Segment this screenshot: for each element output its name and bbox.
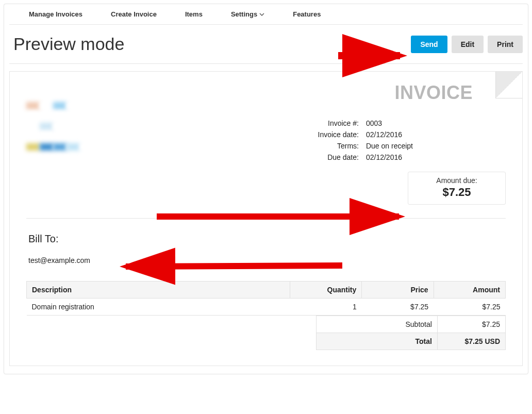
nav-settings[interactable]: Settings: [231, 10, 264, 18]
redacted-logo: [26, 101, 93, 152]
item-quantity: 1: [290, 299, 361, 316]
page-fold-icon: [495, 72, 522, 98]
col-price: Price: [362, 281, 434, 299]
nav-features[interactable]: Features: [293, 10, 321, 18]
top-nav: Manage Invoices Create Invoice Items Set…: [9, 4, 523, 25]
col-amount: Amount: [434, 281, 505, 299]
subtotal-label: Subtotal: [317, 316, 438, 333]
invoice-terms: Due on receipt: [366, 142, 413, 150]
subtotal-value: $7.25: [437, 316, 505, 333]
amount-due-box: Amount due: $7.25: [408, 172, 506, 205]
bill-to-label: Bill To:: [28, 233, 506, 245]
print-button[interactable]: Print: [488, 36, 523, 53]
page-title: Preview mode: [13, 34, 124, 54]
table-row: Domain registration 1 $7.25 $7.25: [27, 299, 506, 316]
nav-manage-invoices[interactable]: Manage Invoices: [29, 10, 82, 18]
action-buttons: Send Edit Print: [411, 36, 523, 53]
col-quantity: Quantity: [290, 281, 361, 299]
bill-to-email: test@example.com: [28, 256, 506, 264]
send-button[interactable]: Send: [411, 36, 447, 53]
line-items-table: Description Quantity Price Amount Domain…: [26, 281, 506, 316]
app-panel: Manage Invoices Create Invoice Items Set…: [4, 4, 528, 374]
totals-table: Subtotal $7.25 Total $7.25 USD: [316, 316, 506, 350]
page-header: Preview mode Send Edit Print: [9, 25, 523, 64]
col-description: Description: [27, 281, 290, 299]
nav-items[interactable]: Items: [185, 10, 203, 18]
edit-button[interactable]: Edit: [452, 36, 484, 53]
invoice-date: 02/12/2016: [366, 130, 413, 139]
nav-create-invoice[interactable]: Create Invoice: [111, 10, 157, 18]
invoice-date-label: Invoice date:: [318, 130, 359, 139]
invoice-duedate: 02/12/2016: [366, 153, 413, 161]
total-label: Total: [317, 333, 438, 350]
invoice-meta: Invoice #: 0003 Invoice date: 02/12/2016…: [318, 119, 413, 161]
amount-due-label: Amount due:: [413, 176, 500, 185]
invoice-number: 0003: [366, 119, 413, 127]
item-amount: $7.25: [434, 299, 505, 316]
chevron-down-icon: [259, 13, 264, 16]
invoice-duedate-label: Due date:: [318, 153, 359, 161]
nav-settings-label: Settings: [231, 10, 257, 18]
sender-block: [26, 82, 124, 205]
invoice-terms-label: Terms:: [318, 142, 359, 150]
item-description: Domain registration: [27, 299, 290, 316]
bill-to-section: Bill To: test@example.com: [26, 219, 506, 268]
item-price: $7.25: [362, 299, 434, 316]
invoice-preview: INVOICE Invoice #: 0003 Invoice date: 02…: [9, 71, 523, 366]
total-value: $7.25 USD: [437, 333, 505, 350]
invoice-number-label: Invoice #:: [318, 119, 359, 127]
invoice-heading: INVOICE: [394, 82, 473, 104]
amount-due-value: $7.25: [413, 186, 500, 199]
